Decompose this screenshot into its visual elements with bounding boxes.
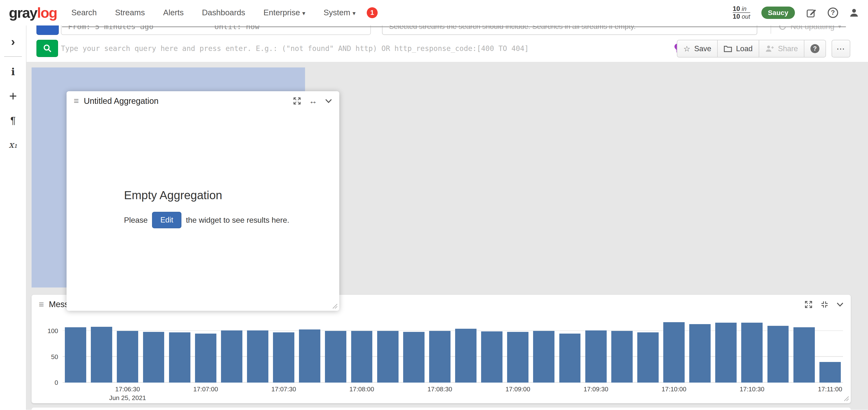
throughput-indicator[interactable]: 10 in 10 out: [733, 5, 750, 21]
resize-handle-icon[interactable]: [844, 396, 849, 402]
nav-item-dashboards[interactable]: Dashboards: [202, 8, 245, 17]
bar-chart-plot: 05010017:06:30Jun 25, 202117:07:0017:07:…: [63, 318, 843, 383]
message-count-widget-actions: [804, 300, 844, 309]
x-axis-tick-label: 17:07:30: [271, 385, 296, 393]
load-button[interactable]: Load: [717, 40, 759, 58]
star-icon: ☆: [683, 44, 690, 54]
search-section: From: 5 minutes ago Until: now Not updat…: [27, 26, 868, 62]
bar: [611, 331, 633, 383]
y-axis-tick-label: 100: [48, 327, 58, 335]
more-options-button[interactable]: ⋯: [832, 40, 850, 58]
search-query-input[interactable]: [61, 40, 659, 57]
share-button[interactable]: Share: [759, 40, 805, 58]
edit-widget-button[interactable]: Edit: [152, 212, 181, 228]
bar: [637, 332, 659, 383]
hint-after: the widget to see results here.: [186, 216, 289, 225]
bar: [455, 329, 476, 383]
x-axis-tick-label: 17:07:00: [193, 385, 218, 393]
bar: [533, 331, 554, 383]
fields-icon[interactable]: x₁: [0, 135, 26, 154]
chevron-down-icon[interactable]: [836, 302, 844, 307]
bar: [689, 324, 711, 383]
x-axis-tick-label: 17:10:30: [740, 385, 764, 393]
nav-item-system[interactable]: System▾: [323, 8, 355, 17]
save-label: Save: [694, 44, 711, 53]
empty-aggregation-hint: Please Edit the widget to see results he…: [124, 212, 340, 228]
help-glyph: ?: [828, 7, 838, 18]
expand-sidebar-icon[interactable]: ›: [0, 32, 26, 51]
logo-gray: gray: [9, 5, 37, 21]
nav-item-streams[interactable]: Streams: [115, 8, 145, 17]
y-axis-tick-label: 0: [55, 379, 58, 386]
notification-badge[interactable]: 1: [367, 7, 378, 19]
info-icon[interactable]: i: [0, 62, 26, 81]
node-badge[interactable]: Saucy: [762, 6, 795, 19]
aggregation-widget-header: ≡ Untitled Aggregation ↔: [66, 91, 340, 109]
top-navbar: graylog Search Streams Alerts Dashboards…: [0, 0, 868, 26]
graylog-logo[interactable]: graylog: [9, 4, 57, 21]
resize-handle-icon[interactable]: [332, 304, 338, 309]
bar: [65, 327, 86, 383]
message-count-widget: ≡ Message Count: [32, 295, 851, 403]
sidebar-divider: [4, 56, 22, 57]
bar: [429, 331, 451, 383]
throughput-in-value: 10: [733, 5, 740, 12]
bar: [715, 323, 737, 383]
x-axis-date-label: Jun 25, 2021: [109, 394, 146, 402]
x-axis-tick-label: 17:09:00: [505, 385, 530, 393]
search-submit-button[interactable]: [36, 40, 58, 57]
x-axis-tick-label: 17:06:30: [115, 385, 140, 393]
x-axis-tick-label: 17:09:30: [584, 385, 609, 393]
x-axis-tick-label: 17:10:00: [661, 385, 686, 393]
bar: [819, 362, 841, 383]
left-sidebar: › i + ¶ x₁: [0, 26, 27, 410]
aggregation-widget: ≡ Untitled Aggregation ↔ Empty: [66, 91, 340, 311]
bar: [403, 332, 425, 383]
user-icon[interactable]: [849, 8, 859, 18]
expand-icon[interactable]: [804, 300, 813, 309]
add-icon[interactable]: +: [0, 87, 26, 106]
bar: [794, 327, 815, 383]
help-circle-icon[interactable]: ?: [828, 7, 838, 18]
nav-item-search[interactable]: Search: [71, 8, 97, 17]
compress-icon[interactable]: [820, 300, 829, 309]
share-person-icon: [765, 45, 774, 53]
bar: [247, 331, 268, 383]
logo-log: log: [37, 5, 57, 21]
load-label: Load: [736, 44, 753, 53]
drag-handle-icon[interactable]: ≡: [39, 300, 44, 309]
drag-handle-icon[interactable]: ≡: [73, 97, 79, 105]
throughput-out-unit: out: [742, 13, 750, 20]
dashboard-grid: ≡ Untitled Aggregation ↔ Empty: [27, 62, 868, 410]
nav-item-enterprise[interactable]: Enterprise▾: [264, 8, 305, 17]
bar: [195, 334, 216, 383]
expand-icon[interactable]: [293, 97, 301, 105]
chevron-down-icon[interactable]: [325, 99, 332, 104]
caret-down-icon: ▾: [302, 10, 305, 16]
bar: [507, 332, 528, 383]
folder-icon: [724, 45, 732, 53]
bar: [481, 331, 502, 383]
empty-aggregation-heading: Empty Aggregation: [124, 189, 340, 202]
edit-pencil-icon[interactable]: [806, 7, 816, 18]
nav-items: Search Streams Alerts Dashboards Enterpr…: [71, 8, 355, 17]
pilcrow-icon[interactable]: ¶: [0, 111, 26, 130]
question-circle-icon: ?: [810, 44, 819, 53]
throughput-out-value: 10: [733, 12, 740, 20]
search-actions-group: ☆ Save Load Shar: [677, 40, 850, 58]
horizontal-arrows-icon[interactable]: ↔: [309, 96, 317, 106]
bar: [663, 322, 685, 383]
bar: [91, 327, 112, 383]
search-help-button[interactable]: ?: [804, 40, 826, 58]
nav-item-alerts[interactable]: Alerts: [163, 8, 184, 17]
bar: [585, 331, 607, 383]
bar: [273, 332, 294, 383]
x-axis-tick-label: 17:11:00: [818, 385, 842, 393]
caret-down-icon: ▾: [353, 10, 356, 16]
bar: [377, 331, 399, 383]
aggregation-widget-actions: ↔: [293, 96, 332, 106]
bar: [351, 331, 373, 383]
search-query-row: ☆ Save Load Shar: [27, 40, 868, 58]
y-axis-tick-label: 50: [51, 353, 58, 361]
save-button[interactable]: ☆ Save: [677, 40, 718, 58]
